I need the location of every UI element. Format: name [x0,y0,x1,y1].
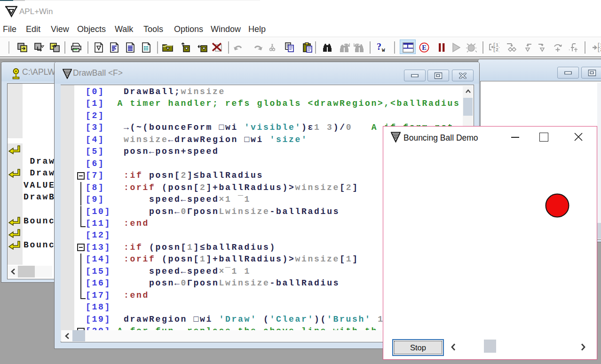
svg-text:[2]: [2] [493,47,499,53]
svg-text:?: ? [377,42,381,52]
svg-text:[2: [2 [597,47,601,53]
svg-text:E: E [422,44,427,51]
svg-text:W: W [382,47,385,53]
